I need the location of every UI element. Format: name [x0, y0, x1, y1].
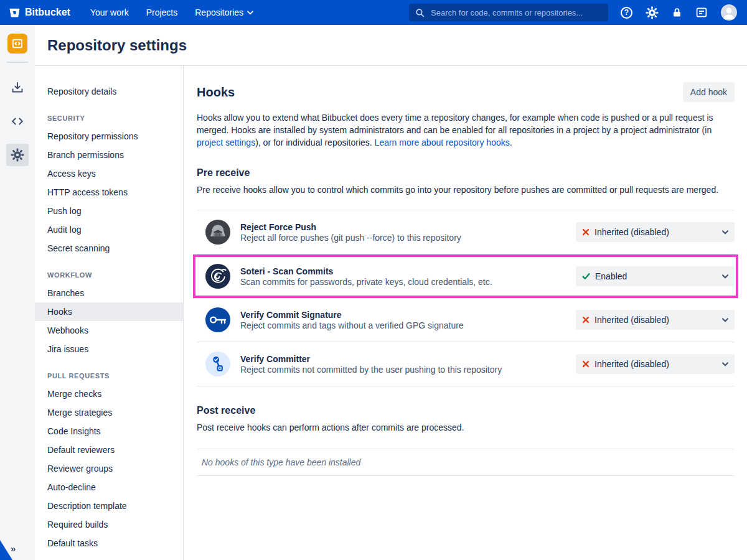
settings-nav-item-audit-log[interactable]: Audit log: [35, 220, 183, 239]
settings-nav: Repository detailsSECURITYRepository per…: [35, 66, 184, 560]
global-search[interactable]: [409, 4, 608, 21]
settings-nav-item-access-keys[interactable]: Access keys: [35, 164, 183, 183]
rail-divider: [7, 62, 28, 63]
settings-nav-item-required-builds[interactable]: Required builds: [35, 515, 183, 534]
intro-text: .: [510, 138, 512, 147]
hook-status-dropdown-verify-committer[interactable]: Inherited (disabled): [576, 354, 735, 374]
hook-status-dropdown-soteri-scan-commits[interactable]: Enabled: [576, 266, 735, 286]
hooks-intro: Hooks allow you to extend what Bitbucket…: [197, 111, 735, 149]
nav-section-pull-requests: PULL REQUESTS: [35, 358, 183, 385]
gear-icon[interactable]: [646, 6, 659, 19]
pre-receive-section: Pre receive Pre receive hooks allow you …: [197, 167, 735, 386]
hook-status-dropdown-verify-commit-signature[interactable]: Inherited (disabled): [576, 310, 735, 330]
settings-nav-item-code-insights[interactable]: Code Insights: [35, 422, 183, 441]
soteri-icon: [205, 264, 230, 289]
status-enabled-icon: [582, 273, 590, 280]
hook-description: Reject all force pushes (git push --forc…: [240, 233, 461, 243]
primary-nav-links: Your work Projects Repositories: [90, 7, 253, 17]
hook-description: Reject commits and tags without a verifi…: [240, 320, 464, 330]
committer-icon: [205, 352, 230, 376]
link-project-settings[interactable]: project settings: [197, 138, 255, 147]
page-title: Repository settings: [47, 37, 187, 54]
post-receive-section: Post receive Post receive hooks can perf…: [197, 405, 735, 476]
bitbucket-logo-icon: [9, 7, 21, 19]
pre-receive-hook-list: Reject Force PushReject all force pushes…: [197, 210, 735, 386]
link-learn-more-about-repository-hooks[interactable]: Learn more about repository hooks: [375, 138, 510, 147]
nav-your-work[interactable]: Your work: [90, 7, 129, 17]
hook-info: Soteri - Scan CommitsScan commits for pa…: [240, 266, 492, 287]
settings-nav-item-default-tasks[interactable]: Default tasks: [35, 534, 183, 553]
repository-avatar[interactable]: [7, 34, 27, 54]
hook-status-label: Inherited (disabled): [594, 359, 669, 369]
settings-nav-item-secret-scanning[interactable]: Secret scanning: [35, 239, 183, 258]
hook-status-label: Inherited (disabled): [594, 227, 669, 237]
hook-description: Reject commits not committed by the user…: [240, 365, 502, 375]
hook-name: Soteri - Scan Commits: [240, 266, 492, 276]
chevron-down-icon: [722, 230, 728, 235]
chevron-down-icon: [247, 11, 253, 15]
hook-row-reject-force-push: Reject Force PushReject all force pushes…: [197, 210, 735, 254]
hook-status-label: Inherited (disabled): [594, 315, 669, 325]
page: Repository settings Repository detailsSE…: [35, 25, 747, 560]
post-receive-description: Post receive hooks can perform actions a…: [197, 421, 735, 434]
status-disabled-icon: [582, 360, 590, 368]
chevron-down-icon: [722, 362, 728, 366]
hook-description: Scan commits for passwords, private keys…: [240, 277, 492, 287]
main-content: Hooks Add hook Hooks allow you to extend…: [184, 66, 747, 560]
chevron-down-icon: [722, 274, 728, 279]
settings-nav-item-webhooks[interactable]: Webhooks: [35, 321, 183, 340]
hook-row-verify-committer: Verify CommitterReject commits not commi…: [197, 342, 735, 386]
hook-info: Verify Commit SignatureReject commits an…: [240, 310, 464, 330]
search-icon: [415, 8, 425, 17]
settings-nav-item-push-log[interactable]: Push log: [35, 202, 183, 220]
settings-nav-item-reviewer-groups[interactable]: Reviewer groups: [35, 459, 183, 478]
hook-info: Reject Force PushReject all force pushes…: [240, 222, 461, 243]
hook-status-dropdown-reject-force-push[interactable]: Inherited (disabled): [576, 222, 735, 242]
hook-name: Reject Force Push: [240, 222, 461, 232]
post-receive-empty-message: No hooks of this type have been installe…: [197, 449, 735, 476]
settings-nav-item-http-access-tokens[interactable]: HTTP access tokens: [35, 183, 183, 202]
settings-nav-item-repository-permissions[interactable]: Repository permissions: [35, 127, 183, 146]
hook-row-verify-commit-signature: Verify Commit SignatureReject commits an…: [197, 298, 735, 342]
hook-info: Verify CommitterReject commits not commi…: [240, 354, 502, 375]
nav-action-icons: ?: [621, 4, 737, 21]
clone-icon[interactable]: [6, 77, 29, 99]
user-avatar[interactable]: [721, 4, 737, 21]
key-icon: [205, 307, 230, 332]
pre-receive-heading: Pre receive: [197, 167, 735, 179]
pre-receive-description: Pre receive hooks allow you to control w…: [197, 184, 735, 196]
help-icon[interactable]: ?: [621, 7, 632, 19]
expand-sidebar-icon[interactable]: »: [11, 543, 16, 554]
hook-name: Verify Committer: [240, 354, 502, 364]
bitbucket-home-link[interactable]: Bitbucket: [9, 7, 70, 19]
settings-nav-item-hooks[interactable]: Hooks: [35, 302, 183, 321]
search-input[interactable]: [430, 7, 602, 18]
status-disabled-icon: [582, 316, 590, 324]
hooks-heading: Hooks: [197, 85, 235, 100]
hook-status-label: Enabled: [595, 271, 627, 281]
sidebar-rail: [0, 25, 35, 560]
settings-nav-item-auto-decline[interactable]: Auto-decline: [35, 478, 183, 497]
settings-nav-item-merge-checks[interactable]: Merge checks: [35, 385, 183, 403]
settings-nav-item-description-template[interactable]: Description template: [35, 497, 183, 515]
nav-projects[interactable]: Projects: [146, 7, 178, 17]
lock-icon[interactable]: [672, 7, 682, 18]
intro-text: ), or for individual repositories.: [255, 138, 374, 147]
repository-settings-icon[interactable]: [6, 144, 29, 166]
nav-repositories[interactable]: Repositories: [195, 7, 253, 17]
page-header: Repository settings: [35, 25, 747, 66]
settings-nav-item-jira-issues[interactable]: Jira issues: [35, 340, 183, 358]
code-icon[interactable]: [6, 110, 29, 133]
settings-nav-item-merge-strategies[interactable]: Merge strategies: [35, 403, 183, 422]
settings-nav-item-default-reviewers[interactable]: Default reviewers: [35, 441, 183, 459]
top-navigation: Bitbucket Your work Projects Repositorie…: [0, 0, 747, 25]
nav-repositories-label: Repositories: [195, 7, 243, 17]
settings-nav-item-branch-permissions[interactable]: Branch permissions: [35, 146, 183, 164]
brand-name: Bitbucket: [25, 7, 70, 18]
feedback-icon[interactable]: [695, 6, 708, 19]
add-hook-button[interactable]: Add hook: [683, 82, 735, 102]
settings-nav-item-branches[interactable]: Branches: [35, 284, 183, 302]
settings-nav-item-repository-details[interactable]: Repository details: [35, 82, 183, 101]
hook-row-soteri-scan-commits: Soteri - Scan CommitsScan commits for pa…: [193, 254, 738, 298]
nav-section-security: SECURITY: [35, 101, 183, 127]
